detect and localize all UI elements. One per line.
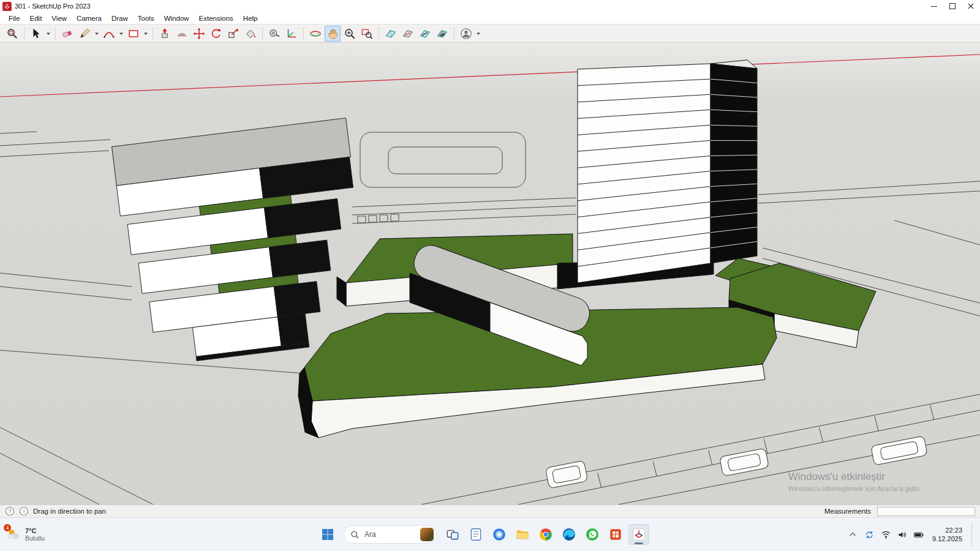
clock[interactable]: 22:23 9.12.2025: [932, 526, 962, 544]
menu-item-window[interactable]: Window: [159, 12, 194, 24]
tool-arc-dropdown[interactable]: [118, 26, 124, 42]
pan-icon: [326, 28, 339, 40]
tool-rotate-button[interactable]: [208, 26, 224, 42]
menu-item-camera[interactable]: Camera: [72, 12, 107, 24]
hidden-icons-chevron[interactable]: [847, 529, 858, 540]
tool-scale-button[interactable]: [225, 26, 241, 42]
tool-push-pull-button[interactable]: [157, 26, 173, 42]
sync-icon[interactable]: [864, 529, 875, 540]
taskbar-app-file-explorer[interactable]: [512, 524, 533, 545]
menu-item-view[interactable]: View: [47, 12, 72, 24]
viewport[interactable]: Windows'u etkinleştir Windows'u etkinleş…: [0, 43, 980, 504]
tool-zoom-extents-button[interactable]: [359, 26, 375, 42]
sketchup-app-icon: [2, 2, 12, 11]
tool-tape-measure-button[interactable]: [266, 26, 282, 42]
open-app-indicator: [635, 542, 643, 544]
sketchup-window: 301 - SketchUp Pro 2023 FileEditViewCame…: [0, 0, 980, 551]
measurements-label: Measurements: [824, 508, 871, 515]
taskbar-app-office[interactable]: [605, 524, 626, 545]
chrome-icon: [538, 527, 553, 542]
chevron-down-icon: [476, 31, 481, 36]
copilot-icon: [492, 527, 507, 542]
search-box[interactable]: Ara: [344, 525, 437, 544]
taskbar-app-notepad[interactable]: [466, 524, 486, 545]
tape-measure-icon: [268, 28, 281, 40]
taskbar-app-task-view[interactable]: [442, 524, 463, 545]
tool-shapes-button[interactable]: [126, 26, 141, 42]
task-view-icon: [445, 527, 460, 542]
tool-zoom-window-button[interactable]: [4, 26, 20, 42]
minimize-button[interactable]: [925, 0, 943, 12]
menu-bar: FileEditViewCameraDrawToolsWindowExtensi…: [0, 12, 980, 24]
menu-item-extensions[interactable]: Extensions: [194, 12, 238, 24]
zoom-extents-icon: [361, 28, 373, 40]
search-icon: [350, 530, 360, 539]
menu-item-file[interactable]: File: [4, 12, 25, 24]
sketchup-icon: [631, 527, 646, 542]
chevron-down-icon: [46, 31, 51, 36]
help-icon[interactable]: ?: [5, 506, 15, 516]
chevron-down-icon: [143, 31, 148, 36]
svg-text:?: ?: [8, 508, 11, 514]
menu-item-help[interactable]: Help: [238, 12, 263, 24]
line-icon: [78, 28, 91, 40]
section-cuts-icon: [419, 28, 431, 40]
tool-section-cuts-button[interactable]: [417, 26, 433, 42]
start-button[interactable]: [317, 524, 338, 545]
menu-item-tools[interactable]: Tools: [133, 12, 159, 24]
tool-offset-button[interactable]: [174, 26, 190, 42]
tool-section-display-button[interactable]: [400, 26, 416, 42]
tool-account-dropdown[interactable]: [475, 26, 481, 42]
tool-account-button[interactable]: [458, 26, 474, 42]
measurements-input[interactable]: [877, 507, 975, 516]
taskbar-app-copilot[interactable]: [489, 524, 510, 545]
title-bar: 301 - SketchUp Pro 2023: [0, 0, 980, 12]
info-icon[interactable]: i: [19, 506, 29, 516]
tool-zoom-button[interactable]: [342, 26, 358, 42]
select-icon: [30, 28, 42, 40]
weather-widget[interactable]: 4 7°C Bulutlu: [6, 527, 45, 542]
maximize-button[interactable]: [943, 0, 962, 12]
weather-temp: 7°C: [25, 527, 45, 534]
tool-paint-bucket-button[interactable]: [243, 26, 258, 42]
svg-text:i: i: [23, 508, 24, 514]
weather-alert-badge: 4: [4, 524, 11, 531]
system-tray: 22:23 9.12.2025: [847, 523, 974, 545]
office-icon: [608, 527, 623, 542]
scale-icon: [227, 28, 239, 40]
zoom-icon: [344, 28, 356, 40]
status-hint: Drag in direction to pan: [33, 508, 106, 515]
tool-line-button[interactable]: [77, 26, 92, 42]
tower-building: [557, 60, 757, 289]
tool-line-dropdown[interactable]: [93, 26, 100, 42]
tool-section-plane-button[interactable]: [383, 26, 399, 42]
eraser-icon: [61, 28, 74, 40]
edge-icon: [562, 527, 576, 542]
tool-select-button[interactable]: [28, 26, 44, 42]
tool-select-dropdown[interactable]: [45, 26, 51, 42]
menu-item-draw[interactable]: Draw: [107, 12, 133, 24]
volume-icon[interactable]: [897, 529, 908, 540]
menu-item-edit[interactable]: Edit: [25, 12, 47, 24]
tool-orbit-button[interactable]: [307, 26, 323, 42]
close-button[interactable]: [962, 0, 980, 12]
tool-axes-button[interactable]: [284, 26, 300, 42]
tool-eraser-button[interactable]: [59, 26, 75, 42]
taskbar-app-sketchup[interactable]: [628, 524, 649, 545]
model-scene: [0, 43, 980, 504]
wifi-icon[interactable]: [880, 529, 891, 540]
search-daily-image[interactable]: [420, 528, 434, 541]
tool-move-button[interactable]: [191, 26, 207, 42]
tool-section-fill-button[interactable]: [434, 26, 450, 42]
show-desktop-button[interactable]: [971, 523, 974, 545]
tool-pan-button[interactable]: [325, 26, 341, 42]
taskbar-app-whatsapp[interactable]: [582, 524, 603, 545]
status-bar: ? i Drag in direction to pan Measurement…: [0, 504, 980, 517]
search-placeholder: Ara: [364, 530, 376, 539]
tool-shapes-dropdown[interactable]: [142, 26, 149, 42]
tool-arc-button[interactable]: [101, 26, 117, 42]
orbit-icon: [309, 28, 322, 40]
taskbar-app-chrome[interactable]: [535, 524, 556, 545]
taskbar-app-edge[interactable]: [559, 524, 579, 545]
battery-icon[interactable]: [913, 529, 924, 540]
